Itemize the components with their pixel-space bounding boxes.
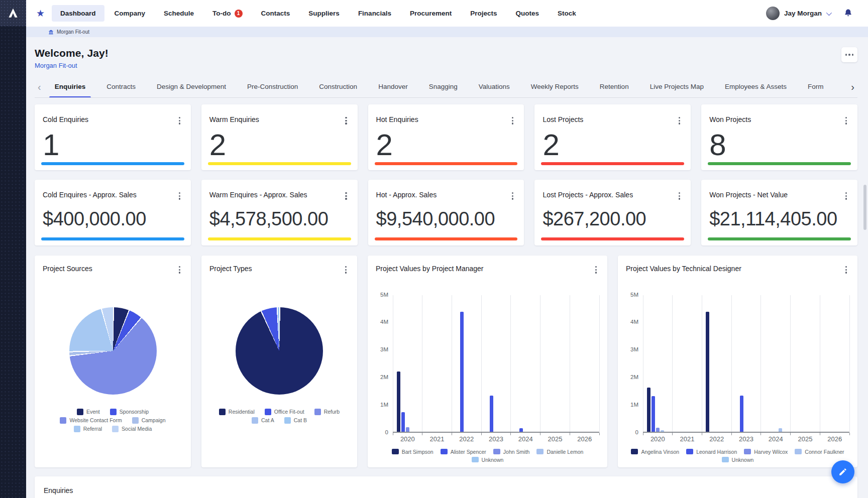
building-icon <box>48 29 54 35</box>
kpi-value: 2 <box>376 130 516 160</box>
user-menu[interactable]: Jay Morgan <box>766 7 830 20</box>
tab-contracts[interactable]: Contracts <box>96 76 146 97</box>
legend-swatch <box>219 409 226 415</box>
legend-item-refurb[interactable]: Refurb <box>314 409 340 415</box>
kpi-color-bar <box>541 237 684 240</box>
tabs-scroll-left-icon[interactable]: ‹ <box>35 82 44 92</box>
kpi-value: $400,000.00 <box>43 209 183 228</box>
tab-pre-construction[interactable]: Pre-Construction <box>237 76 308 97</box>
legend-item-referral[interactable]: Referral <box>74 426 102 432</box>
legend-item-campaign[interactable]: Campaign <box>132 417 166 424</box>
legend-item-connor-faulkner[interactable]: Connor Faulkner <box>795 449 844 455</box>
tabs-scroll-right-icon[interactable]: › <box>848 82 857 92</box>
favorite-star-icon[interactable]: ★ <box>36 9 45 18</box>
nav-tab-projects[interactable]: Projects <box>462 5 505 22</box>
tab-handover[interactable]: Handover <box>368 76 418 97</box>
x-axis-label: 2021 <box>673 435 702 443</box>
tab-live-projects-map[interactable]: Live Projects Map <box>639 76 714 97</box>
card-title: Lost Projects - Approx. Sales <box>542 191 633 199</box>
nav-tab-stock[interactable]: Stock <box>549 5 585 22</box>
legend-swatch <box>252 417 258 424</box>
edit-fab[interactable] <box>831 460 854 483</box>
project-link[interactable]: Morgan Fit-out <box>35 62 77 69</box>
kebab-menu-icon[interactable] <box>176 115 183 126</box>
kebab-menu-icon[interactable] <box>176 265 183 275</box>
kebab-menu-icon[interactable] <box>343 191 349 201</box>
kpi-color-bar <box>541 162 684 165</box>
tab-design-development[interactable]: Design & Development <box>146 76 237 97</box>
tab-retention[interactable]: Retention <box>589 76 639 97</box>
legend-item-sponsorship[interactable]: Sponsorship <box>110 409 149 415</box>
legend-item-cat-a[interactable]: Cat A <box>252 417 274 424</box>
nav-tab-to-do[interactable]: To-do1 <box>204 5 251 22</box>
nav-tab-quotes[interactable]: Quotes <box>507 5 548 22</box>
legend-label: Sponsorship <box>120 409 149 415</box>
legend-swatch <box>795 449 802 454</box>
legend-label: Unknown <box>732 457 754 463</box>
kpi-card-won-projects: Won Projects8 <box>701 104 857 170</box>
legend-item-angelina-vinson[interactable]: Angelina Vinson <box>631 449 679 455</box>
nav-tab-financials[interactable]: Financials <box>350 5 400 22</box>
bar-connor-faulkner-2020 <box>661 430 664 432</box>
tab-weekly-reports[interactable]: Weekly Reports <box>520 76 589 97</box>
kebab-menu-icon[interactable] <box>176 191 183 201</box>
kebab-menu-icon[interactable] <box>676 115 683 126</box>
legend-item-harvey-wilcox[interactable]: Harvey Wilcox <box>744 449 788 455</box>
kebab-menu-icon[interactable] <box>509 115 516 126</box>
header-more-button[interactable] <box>841 47 857 62</box>
legend-item-website-contact-form[interactable]: Website Contact Form <box>60 417 122 424</box>
kebab-menu-icon[interactable] <box>843 191 849 201</box>
notifications-bell-icon[interactable] <box>843 9 853 18</box>
app-logo[interactable] <box>0 0 26 26</box>
x-axis-label: 2020 <box>643 435 673 443</box>
tab-form[interactable]: Form <box>797 76 834 97</box>
legend-item-alister-spencer[interactable]: Alister Spencer <box>441 449 486 455</box>
legend-item-john-smith[interactable]: John Smith <box>493 449 530 455</box>
tab-employees-assets[interactable]: Employees & Assets <box>714 76 797 97</box>
legend-item-cat-b[interactable]: Cat B <box>284 417 307 424</box>
tab-construction[interactable]: Construction <box>308 76 368 97</box>
kebab-menu-icon[interactable] <box>343 265 349 275</box>
user-name: Jay Morgan <box>784 10 822 17</box>
scrollbar-thumb[interactable] <box>863 185 866 230</box>
tab-enquiries[interactable]: Enquiries <box>44 76 96 97</box>
nav-tab-dashboard[interactable]: Dashboard <box>52 5 104 22</box>
legend-item-bart-simpson[interactable]: Bart Simpson <box>392 449 433 455</box>
card-title: Hot Enquiries <box>376 115 418 123</box>
kebab-menu-icon[interactable] <box>343 115 349 126</box>
nav-tab-procurement[interactable]: Procurement <box>401 5 460 22</box>
ellipsis-icon <box>845 54 847 56</box>
breadcrumb-project-link[interactable]: Morgan Fit-out <box>57 29 89 35</box>
bar-angelina-vinson-2020 <box>647 388 650 432</box>
logo-mark-icon <box>7 7 20 20</box>
tab-snagging[interactable]: Snagging <box>418 76 468 97</box>
legend-item-social-media[interactable]: Social Media <box>112 426 152 432</box>
nav-tab-contacts[interactable]: Contacts <box>253 5 299 22</box>
kebab-menu-icon[interactable] <box>676 191 683 201</box>
x-axis-label: 2026 <box>570 435 599 443</box>
card-title: Lost Projects <box>542 115 583 123</box>
card-title: Warm Enquiries <box>209 115 259 123</box>
app-root: ★ DashboardCompanyScheduleTo-do1Contacts… <box>0 0 868 498</box>
y-axis-label: 3M <box>630 346 638 352</box>
legend-item-office-fit-out[interactable]: Office Fit-out <box>265 409 304 415</box>
kebab-menu-icon[interactable] <box>843 115 849 126</box>
tab-valuations[interactable]: Valuations <box>468 76 520 97</box>
legend-item-leonard-harrison[interactable]: Leonard Harrison <box>686 449 737 455</box>
nav-tab-company[interactable]: Company <box>106 5 154 22</box>
kebab-menu-icon[interactable] <box>843 265 849 275</box>
bar-leonard-harrison-2020 <box>652 396 655 431</box>
legend-item-event[interactable]: Event <box>77 409 100 415</box>
legend-item-danielle-lemon[interactable]: Danielle Lemon <box>536 449 583 455</box>
y-axis-label: 5M <box>630 292 638 298</box>
card-title: Enquiries <box>44 486 848 494</box>
kebab-menu-icon[interactable] <box>509 191 516 201</box>
nav-tab-suppliers[interactable]: Suppliers <box>300 5 348 22</box>
nav-tab-schedule[interactable]: Schedule <box>155 5 202 22</box>
legend-item-unknown[interactable]: Unknown <box>472 457 504 463</box>
legend-swatch <box>132 417 139 424</box>
kebab-menu-icon[interactable] <box>593 265 599 275</box>
dashboard-content: Welcome, Jay! Morgan Fit-out ‹ Enquiries… <box>26 37 868 498</box>
legend-item-residential[interactable]: Residential <box>219 409 255 415</box>
legend-item-unknown[interactable]: Unknown <box>722 457 754 463</box>
